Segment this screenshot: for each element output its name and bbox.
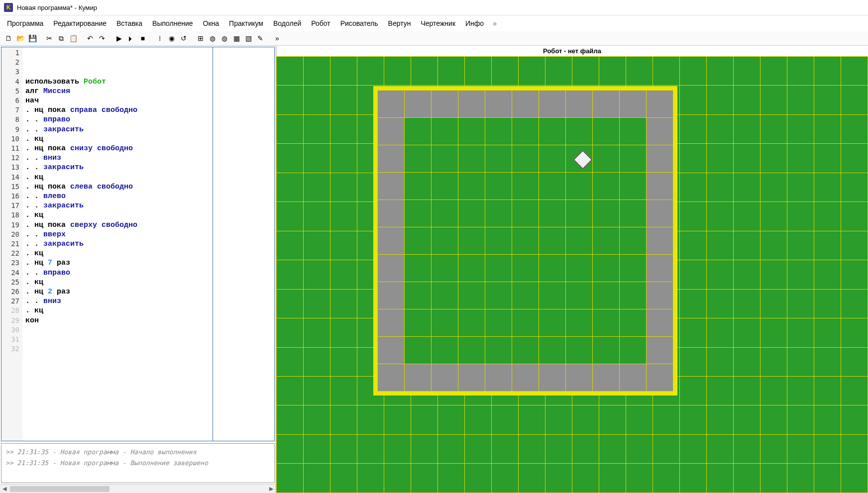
arena-cell xyxy=(405,145,432,173)
arena-cell xyxy=(539,118,566,145)
menu-вставка[interactable]: Вставка xyxy=(112,17,146,29)
arena-cell xyxy=(485,227,512,255)
watch-icon[interactable]: ◉ xyxy=(166,33,177,44)
horizontal-scrollbar[interactable]: ◀ ▶ xyxy=(0,484,276,493)
code-line[interactable]: использовать Робот xyxy=(25,77,271,87)
overflow-icon[interactable]: » xyxy=(272,33,283,44)
code-line[interactable]: . нц 7 раз xyxy=(25,258,271,268)
module-2-icon[interactable]: ◍ xyxy=(207,33,218,44)
code-line[interactable]: . . вниз xyxy=(25,153,271,163)
menu-overflow-icon[interactable]: » xyxy=(490,17,500,29)
step-icon[interactable]: ⏵ xyxy=(125,33,136,44)
code-line[interactable]: кон xyxy=(25,316,271,325)
menu-практикум[interactable]: Практикум xyxy=(225,17,267,29)
new-file-icon[interactable]: 🗋 xyxy=(3,33,14,44)
menu-выполнение[interactable]: Выполнение xyxy=(148,17,197,29)
code-line[interactable]: . . закрасить xyxy=(25,125,271,134)
code-line[interactable]: . кц xyxy=(25,306,271,315)
module-4-icon[interactable]: ▦ xyxy=(231,33,242,44)
code-line[interactable]: алг Миссия xyxy=(25,87,271,96)
arena-cell xyxy=(539,200,566,227)
arena-cell xyxy=(512,118,539,145)
robot-field[interactable] xyxy=(276,56,868,493)
redo-icon[interactable]: ↷ xyxy=(97,33,108,44)
output-console[interactable]: >> 21:31:35 - Новая программа - Начало в… xyxy=(1,443,275,483)
line-number: 8 xyxy=(1,115,22,124)
arena-cell xyxy=(593,227,620,255)
code-line[interactable]: . нц пока справа свободно xyxy=(25,105,271,115)
reset-icon[interactable]: ↺ xyxy=(178,33,189,44)
scroll-right-icon[interactable]: ▶ xyxy=(267,486,276,492)
code-line[interactable]: . . закрасить xyxy=(25,239,271,249)
menu-инфо[interactable]: Инфо xyxy=(461,17,488,29)
line-number: 30 xyxy=(1,325,22,335)
code-line[interactable]: . . вправо xyxy=(25,268,271,278)
code-line[interactable]: . кц xyxy=(25,278,271,287)
arena-cell xyxy=(647,364,673,392)
line-number: 11 xyxy=(1,144,22,153)
code-line[interactable]: . . закрасить xyxy=(25,201,271,210)
save-file-icon[interactable]: 💾 xyxy=(27,33,38,44)
line-number: 31 xyxy=(1,335,22,344)
menu-рисователь[interactable]: Рисователь xyxy=(336,17,382,29)
arena-cell xyxy=(405,255,432,282)
code-line[interactable]: . кц xyxy=(25,249,271,258)
code-line[interactable]: . кц xyxy=(25,210,271,220)
code-line[interactable]: . нц пока слева свободно xyxy=(25,182,271,192)
arena-cell xyxy=(539,282,566,309)
menu-робот[interactable]: Робот xyxy=(307,17,334,29)
undo-icon[interactable]: ↶ xyxy=(85,33,96,44)
cut-icon[interactable]: ✂ xyxy=(44,33,55,44)
module-3-icon[interactable]: ◍ xyxy=(219,33,230,44)
line-number: 6 xyxy=(1,96,22,105)
scroll-thumb[interactable] xyxy=(10,486,109,492)
arena-cell xyxy=(620,227,647,255)
arena-cell xyxy=(378,309,405,337)
menu-редактирование[interactable]: Редактирование xyxy=(49,17,110,29)
module-6-icon[interactable]: ✎ xyxy=(255,33,266,44)
code-line[interactable]: . нц пока сверху свободно xyxy=(25,220,271,230)
scroll-left-icon[interactable]: ◀ xyxy=(0,486,9,492)
arena-cell xyxy=(566,282,593,309)
code-line[interactable]: . . вправо xyxy=(25,115,271,124)
code-area[interactable]: использовать Роботалг Миссиянач. нц пока… xyxy=(22,47,274,441)
code-line[interactable]: . . вверх xyxy=(25,230,271,239)
arena-cell xyxy=(593,337,620,364)
menu-вертун[interactable]: Вертун xyxy=(384,17,415,29)
module-1-icon[interactable]: ⊞ xyxy=(195,33,206,44)
arena-cell xyxy=(405,364,432,392)
run-icon[interactable]: ▶ xyxy=(113,33,124,44)
arena-cell xyxy=(378,255,405,282)
arena-cell xyxy=(620,309,647,337)
code-line[interactable]: . . влево xyxy=(25,192,271,201)
arena-cell xyxy=(378,282,405,309)
arena-cell xyxy=(485,173,512,200)
code-line[interactable]: . кц xyxy=(25,134,271,144)
stop-icon[interactable]: ■ xyxy=(137,33,148,44)
menu-окна[interactable]: Окна xyxy=(199,17,223,29)
arena-cell xyxy=(432,91,458,118)
arena-cell xyxy=(593,309,620,337)
paste-icon[interactable]: 📋 xyxy=(68,33,79,44)
code-line[interactable]: . кц xyxy=(25,173,271,182)
code-line[interactable]: . . вниз xyxy=(25,296,271,306)
code-line[interactable]: . нц пока снизу свободно xyxy=(25,144,271,153)
arena-cell xyxy=(512,282,539,309)
menu-чертежник[interactable]: Чертежник xyxy=(417,17,459,29)
breakpoint-icon[interactable]: ⁞ xyxy=(154,33,165,44)
arena-cell xyxy=(566,227,593,255)
code-line[interactable]: . нц 2 раз xyxy=(25,287,271,296)
module-5-icon[interactable]: ▧ xyxy=(243,33,254,44)
copy-icon[interactable]: ⧉ xyxy=(56,33,67,44)
menu-водолей[interactable]: Водолей xyxy=(269,17,305,29)
arena-cell xyxy=(378,91,405,118)
arena-cell xyxy=(512,255,539,282)
app-icon: K xyxy=(4,3,13,12)
menu-программа[interactable]: Программа xyxy=(3,17,47,29)
open-file-icon[interactable]: 📂 xyxy=(15,33,26,44)
code-line[interactable]: . . закрасить xyxy=(25,163,271,172)
code-line[interactable]: нач xyxy=(25,96,271,105)
code-editor[interactable]: 1234567891011121314151617181920212223242… xyxy=(1,47,275,441)
arena-cell xyxy=(512,145,539,173)
arena-cell xyxy=(432,309,458,337)
